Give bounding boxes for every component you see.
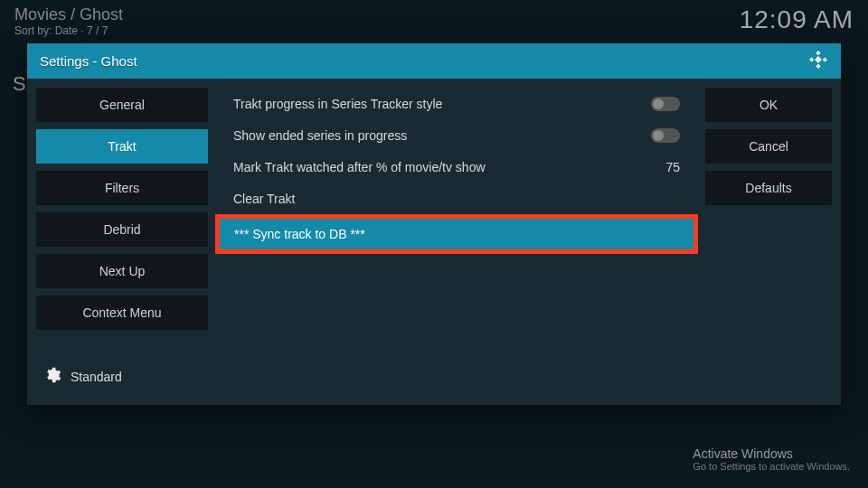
svg-rect-3 — [816, 64, 820, 69]
breadcrumb-block: Movies / Ghost Sort by: Date · 7 / 7 — [14, 5, 123, 37]
setting-label: *** Sync track to DB *** — [234, 227, 365, 241]
settings-list: Trakt progress in Series Tracker style S… — [215, 88, 698, 396]
settings-dialog: Settings - Ghost General Trakt Filters D… — [27, 43, 841, 405]
sort-line: Sort by: Date · 7 / 7 — [14, 24, 123, 37]
category-trakt[interactable]: Trakt — [36, 129, 208, 164]
watermark-title: Activate Windows — [693, 446, 850, 461]
toggle-off-icon[interactable] — [651, 128, 680, 143]
stray-letter: S — [13, 72, 26, 96]
setting-trakt-progress-style[interactable]: Trakt progress in Series Tracker style — [221, 88, 693, 119]
svg-rect-0 — [816, 51, 820, 55]
ok-button[interactable]: OK — [705, 88, 832, 122]
background-header: Movies / Ghost Sort by: Date · 7 / 7 12:… — [0, 0, 868, 39]
category-list: General Trakt Filters Debrid Next Up Con… — [36, 88, 208, 396]
settings-level-button[interactable]: Standard — [36, 357, 208, 396]
setting-clear-trakt[interactable]: Clear Trakt — [221, 183, 693, 214]
windows-activation-watermark: Activate Windows Go to Settings to activ… — [693, 446, 850, 472]
category-general[interactable]: General — [36, 88, 208, 122]
category-debrid[interactable]: Debrid — [36, 212, 208, 247]
settings-level-label: Standard — [71, 370, 122, 384]
setting-sync-track-to-db[interactable]: *** Sync track to DB *** — [215, 214, 698, 254]
category-context-menu[interactable]: Context Menu — [36, 296, 208, 330]
setting-value: 75 — [665, 160, 680, 174]
toggle-off-icon[interactable] — [651, 97, 680, 111]
setting-label: Clear Trakt — [233, 192, 295, 206]
setting-mark-watched-percent[interactable]: Mark Trakt watched after % of movie/tv s… — [221, 151, 693, 183]
defaults-button[interactable]: Defaults — [705, 171, 832, 205]
setting-label: Show ended series in progress — [233, 128, 407, 143]
setting-label: Trakt progress in Series Tracker style — [233, 97, 442, 111]
setting-label: Mark Trakt watched after % of movie/tv s… — [233, 160, 486, 174]
dialog-body: General Trakt Filters Debrid Next Up Con… — [27, 79, 841, 405]
gear-icon — [43, 366, 61, 387]
category-next-up[interactable]: Next Up — [36, 254, 208, 288]
cancel-button[interactable]: Cancel — [705, 129, 832, 164]
category-filters[interactable]: Filters — [36, 171, 208, 205]
kodi-logo-icon — [808, 50, 828, 72]
setting-show-ended-series[interactable]: Show ended series in progress — [221, 119, 693, 151]
breadcrumb: Movies / Ghost — [14, 5, 123, 24]
watermark-subtitle: Go to Settings to activate Windows. — [693, 461, 850, 472]
dialog-title-text: Settings - Ghost — [40, 53, 137, 69]
svg-rect-4 — [815, 56, 822, 63]
dialog-titlebar: Settings - Ghost — [27, 43, 841, 79]
clock: 12:09 AM — [740, 5, 854, 34]
dialog-actions: OK Cancel Defaults — [705, 88, 832, 396]
svg-rect-1 — [809, 57, 814, 61]
svg-rect-2 — [823, 57, 827, 61]
